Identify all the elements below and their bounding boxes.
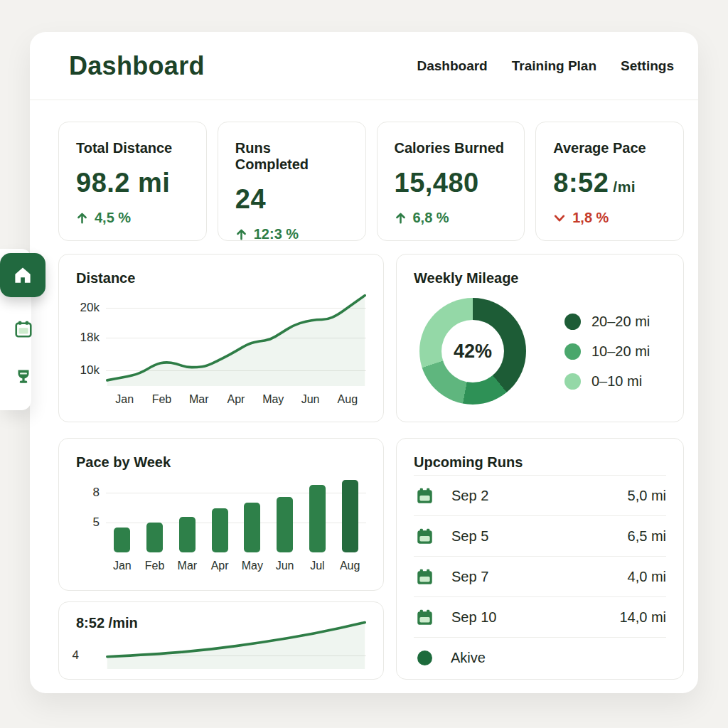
distance-plot	[106, 294, 366, 386]
pace-trend-card: 8:52 /min 4	[58, 601, 384, 680]
x-tick-label: Mar	[181, 393, 218, 406]
bar-jul	[309, 485, 326, 552]
stat-value-main: 8:52	[553, 168, 609, 198]
arrow-down-icon	[553, 214, 566, 223]
trophy-icon	[15, 368, 32, 385]
upcoming-runs-list: Sep 2 5,0 mi Sep 5 6,5 mi Sep 7 4,0 mi	[414, 475, 666, 678]
sidebar-item-calendar[interactable]	[15, 321, 32, 338]
legend-label: 0–10 mi	[592, 373, 642, 390]
distance-chart-card: Distance 20k18k10k JanFebMarAprMayJunAug	[58, 254, 384, 422]
stat-delta: 1,8 %	[553, 210, 666, 226]
x-tick-label: Apr	[218, 393, 255, 406]
bar-apr	[212, 508, 228, 552]
status-dot-icon	[417, 651, 432, 665]
bar-aug	[342, 480, 358, 552]
run-row: Sep 2 5,0 mi	[414, 475, 666, 515]
legend-item: 0–10 mi	[564, 373, 650, 390]
run-distance: 6,5 mi	[628, 528, 666, 545]
bar-column	[139, 478, 171, 552]
weekly-mileage-card: Weekly Mileage 42% 20–20 mi 10–20 mi	[396, 254, 684, 422]
stat-value-main: 24	[235, 184, 266, 215]
stat-card-average-pace: Average Pace 8:52/mi 1,8 %	[535, 122, 684, 241]
distance-area-fill	[107, 296, 365, 386]
side-rail	[0, 249, 31, 410]
legend-item: 10–20 mi	[564, 343, 650, 360]
x-tick-label: Aug	[333, 560, 366, 572]
x-tick-label: Apr	[203, 560, 236, 572]
status-label: Akive	[451, 650, 486, 666]
stat-card-total-distance: Total Distance 98.2 mi 4,5 %	[58, 122, 207, 241]
stat-value-main: 98.2 mi	[76, 168, 170, 198]
legend-dot-medium-green	[564, 343, 581, 360]
run-date: Sep 7	[451, 569, 488, 585]
stat-card-calories-burned: Calories Burned 15,480 6,8 %	[377, 122, 525, 241]
stat-label: Total Distance	[76, 140, 189, 156]
bar-column	[106, 478, 139, 552]
stats-row: Total Distance 98.2 mi 4,5 % Runs Comple…	[58, 122, 684, 241]
bar-jan	[114, 528, 130, 552]
x-tick-label: Jan	[106, 393, 143, 406]
stat-label: Runs Completed	[235, 140, 348, 173]
bar-jun	[277, 497, 293, 552]
stat-value: 8:52/mi	[553, 168, 666, 198]
run-date: Sep 10	[451, 609, 496, 626]
y-tick-label: 5	[93, 515, 100, 530]
chart-title: Pace by Week	[76, 454, 366, 471]
pace-bars	[106, 478, 366, 552]
y-tick-label: 20k	[80, 301, 100, 315]
stat-card-runs-completed: Runs Completed 24 12:3 %	[218, 122, 366, 241]
legend-item: 20–20 mi	[564, 314, 650, 330]
x-tick-label: Jun	[291, 393, 328, 406]
stat-value-main: 15,480	[395, 168, 479, 198]
pace-y-axis: 85	[76, 478, 106, 552]
stat-delta: 12:3 %	[235, 226, 348, 242]
run-distance: 14,0 mi	[619, 609, 666, 626]
chart-title: Weekly Mileage	[414, 270, 666, 287]
calendar-icon	[15, 321, 32, 338]
arrow-up-icon	[395, 212, 407, 224]
run-distance: 4,0 mi	[628, 569, 666, 585]
stat-label: Average Pace	[553, 140, 666, 156]
bar-column	[333, 478, 366, 552]
upcoming-runs-card: Upcoming Runs Sep 2 5,0 mi Sep 5 6,5 mi	[396, 438, 684, 680]
stat-delta: 6,8 %	[395, 210, 508, 226]
pace-trend-y-axis: 4	[59, 618, 87, 669]
pace-x-labels: JanFebMarAprMayJunJulAug	[106, 560, 366, 572]
x-tick-label: Jul	[301, 560, 334, 572]
y-tick-label: 18k	[80, 331, 100, 345]
charts-grid: Distance 20k18k10k JanFebMarAprMayJunAug…	[58, 254, 684, 680]
bar-column	[236, 478, 269, 552]
run-date: Sep 2	[451, 488, 488, 504]
stat-delta: 4,5 %	[76, 210, 189, 226]
stat-label: Calories Burned	[395, 140, 508, 156]
bar-feb	[146, 523, 163, 552]
calendar-icon	[417, 609, 433, 626]
donut-center-label: 42%	[419, 298, 526, 405]
donut-legend: 20–20 mi 10–20 mi 0–10 mi	[564, 314, 650, 390]
legend-dot-light-green	[564, 373, 581, 390]
stat-delta-value: 12:3 %	[254, 226, 299, 242]
run-distance: 5,0 mi	[628, 488, 666, 504]
nav-training-plan[interactable]: Training Plan	[512, 58, 596, 74]
distance-y-axis: 20k18k10k	[76, 294, 106, 386]
bar-column	[171, 478, 204, 552]
sidebar-item-trophy[interactable]	[15, 368, 32, 385]
nav-settings[interactable]: Settings	[621, 58, 674, 74]
run-date: Sep 5	[451, 528, 488, 545]
x-tick-label: Jun	[269, 560, 301, 572]
main-panel: Dashboard Dashboard Training Plan Settin…	[30, 32, 698, 693]
calendar-icon	[417, 488, 433, 504]
legend-label: 10–20 mi	[592, 343, 650, 360]
page-title: Dashboard	[69, 51, 205, 81]
y-tick-label: 4	[73, 648, 79, 663]
pace-by-week-card: Pace by Week 85 JanFebMarAprMayJunJulAug	[58, 438, 384, 591]
nav-dashboard[interactable]: Dashboard	[417, 58, 487, 74]
distance-x-labels: JanFebMarAprMayJunAug	[106, 393, 366, 406]
x-tick-label: Aug	[329, 393, 366, 406]
x-tick-label: Mar	[171, 560, 204, 572]
bar-column	[269, 478, 301, 552]
pace-trend-chart	[106, 618, 366, 669]
sidebar-item-home[interactable]	[0, 253, 46, 297]
status-row: Akive	[414, 637, 666, 678]
calendar-icon	[417, 569, 433, 585]
